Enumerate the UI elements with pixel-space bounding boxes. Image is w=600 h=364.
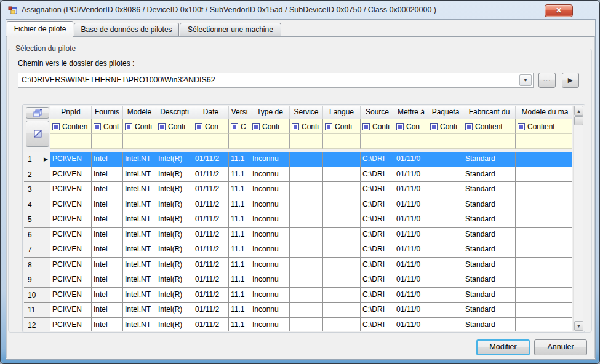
filter-cell-mod-le-du-ma[interactable]: Contient (516, 119, 572, 134)
cell-mod-le[interactable]: Intel.NT (123, 182, 156, 197)
cell-paqueta[interactable] (428, 258, 463, 273)
scroll-up-button[interactable]: ▲ (574, 106, 583, 116)
filter-mode-icon[interactable] (518, 123, 525, 130)
cell-paqueta[interactable] (428, 152, 463, 167)
cell-source[interactable]: C:\DRI (361, 152, 394, 167)
cell-fabricant-du[interactable]: Standard (463, 318, 516, 331)
filter-cell-date[interactable]: Con (193, 119, 229, 134)
cell-pnpid[interactable]: PCI\VEN (50, 242, 92, 258)
cell-versi[interactable]: 11.1 (229, 228, 250, 243)
cell-service[interactable] (290, 228, 323, 243)
filter-input-type-de[interactable] (250, 134, 290, 149)
filter-input-versi[interactable] (229, 134, 250, 149)
cancel-button[interactable]: Annuler (534, 339, 587, 355)
cell-service[interactable] (290, 258, 323, 273)
cell-service[interactable] (290, 288, 323, 303)
column-chooser-button[interactable] (26, 107, 49, 119)
filter-mode-icon[interactable] (252, 123, 260, 130)
cell-mod-le[interactable]: Intel.NT (123, 152, 156, 167)
cell-fournis[interactable]: Intel (92, 197, 123, 213)
row-header[interactable]: 10 (24, 288, 50, 303)
cell-mettre[interactable]: 01/11/0 (394, 182, 428, 197)
filter-cell-mettre[interactable]: Con (394, 119, 428, 134)
cell-mettre[interactable]: 01/11/0 (394, 303, 428, 318)
cell-fournis[interactable]: Intel (92, 303, 123, 318)
cell-service[interactable] (290, 152, 323, 167)
cell-type-de[interactable]: Inconnu (250, 288, 290, 303)
tab-fichier-de-pilote[interactable]: Fichier de pilote (7, 21, 73, 37)
cell-pnpid[interactable]: PCI\VEN (50, 258, 92, 273)
cell-pnpid[interactable]: PCI\VEN (50, 303, 92, 318)
cell-mod-le[interactable]: Intel.NT (123, 197, 156, 213)
cell-type-de[interactable]: Inconnu (250, 182, 290, 197)
cell-fournis[interactable]: Intel (92, 167, 123, 183)
filter-cell-versi[interactable]: C (229, 119, 250, 134)
row-header[interactable]: 4 (24, 197, 50, 213)
cell-versi[interactable]: 11.1 (229, 258, 250, 273)
cell-paqueta[interactable] (428, 272, 463, 288)
filter-mode-icon[interactable] (195, 123, 202, 130)
cell-mod-le[interactable]: Intel.NT (123, 167, 156, 183)
cell-service[interactable] (290, 318, 323, 331)
cell-mod-le-du-ma[interactable] (516, 152, 572, 167)
cell-mod-le-du-ma[interactable] (516, 318, 572, 331)
cell-mod-le-du-ma[interactable] (516, 288, 572, 303)
cell-paqueta[interactable] (428, 303, 463, 318)
cell-paqueta[interactable] (428, 228, 463, 243)
cell-pnpid[interactable]: PCI\VEN (50, 167, 92, 183)
table-row[interactable]: 11PCI\VENIntelIntel.NTIntel(R)01/11/211.… (24, 303, 572, 318)
cell-date[interactable]: 01/11/2 (193, 228, 229, 243)
cell-type-de[interactable]: Inconnu (250, 272, 290, 288)
cell-versi[interactable]: 11.1 (229, 272, 250, 288)
cell-pnpid[interactable]: PCI\VEN (50, 288, 92, 303)
table-row[interactable]: 5PCI\VENIntelIntel.NTIntel(R)01/11/211.1… (24, 212, 572, 228)
cell-service[interactable] (290, 182, 323, 197)
cell-pnpid[interactable]: PCI\VEN (50, 152, 92, 167)
cell-descripti[interactable]: Intel(R) (156, 212, 193, 228)
cell-descripti[interactable]: Intel(R) (156, 167, 193, 183)
cell-langue[interactable] (323, 242, 361, 258)
filter-input-langue[interactable] (323, 134, 361, 149)
table-row[interactable]: 6PCI\VENIntelIntel.NTIntel(R)01/11/211.1… (24, 228, 572, 243)
combobox-dropdown-button[interactable]: ▼ (519, 74, 532, 86)
cell-date[interactable]: 01/11/2 (193, 167, 229, 183)
cell-date[interactable]: 01/11/2 (193, 318, 229, 331)
cell-mod-le-du-ma[interactable] (516, 228, 572, 243)
cell-fabricant-du[interactable]: Standard (463, 242, 516, 258)
cell-mettre[interactable]: 01/11/0 (394, 318, 428, 331)
filter-input-paqueta[interactable] (428, 134, 463, 149)
cell-versi[interactable]: 11.1 (229, 182, 250, 197)
cell-langue[interactable] (323, 303, 361, 318)
column-header-service[interactable]: Service (290, 106, 323, 119)
cell-mod-le-du-ma[interactable] (516, 242, 572, 258)
filter-mode-icon[interactable] (158, 123, 166, 130)
cell-mod-le[interactable]: Intel.NT (123, 228, 156, 243)
cell-service[interactable] (290, 242, 323, 258)
cell-descripti[interactable]: Intel(R) (156, 197, 193, 213)
row-header[interactable]: 8 (24, 258, 50, 273)
table-row[interactable]: 9PCI\VENIntelIntel.NTIntel(R)01/11/211.1… (24, 272, 572, 288)
cell-mod-le[interactable]: Intel.NT (123, 258, 156, 273)
cell-mod-le-du-ma[interactable] (516, 212, 572, 228)
column-header-type-de[interactable]: Type de (250, 106, 290, 119)
cell-mod-le[interactable]: Intel.NT (123, 318, 156, 331)
row-header[interactable]: 11 (24, 303, 50, 318)
cell-fabricant-du[interactable]: Standard (463, 303, 516, 318)
table-row[interactable]: 1▶PCI\VENIntelIntel.NTIntel(R)01/11/211.… (24, 152, 572, 167)
filter-cell-type-de[interactable]: Conti (250, 119, 290, 134)
cell-fabricant-du[interactable]: Standard (463, 152, 516, 167)
cell-langue[interactable] (323, 318, 361, 331)
cell-pnpid[interactable]: PCI\VEN (50, 272, 92, 288)
cell-langue[interactable] (323, 272, 361, 288)
cell-date[interactable]: 01/11/2 (193, 272, 229, 288)
cell-mod-le-du-ma[interactable] (516, 258, 572, 273)
filter-mode-icon[interactable] (430, 123, 438, 130)
cell-source[interactable]: C:\DRI (361, 288, 394, 303)
cell-langue[interactable] (323, 288, 361, 303)
cell-type-de[interactable]: Inconnu (250, 242, 290, 258)
cell-fournis[interactable]: Intel (92, 258, 123, 273)
cell-source[interactable]: C:\DRI (361, 303, 394, 318)
filter-mode-icon[interactable] (325, 123, 332, 130)
cell-fabricant-du[interactable]: Standard (463, 258, 516, 273)
cell-mod-le-du-ma[interactable] (516, 167, 572, 183)
